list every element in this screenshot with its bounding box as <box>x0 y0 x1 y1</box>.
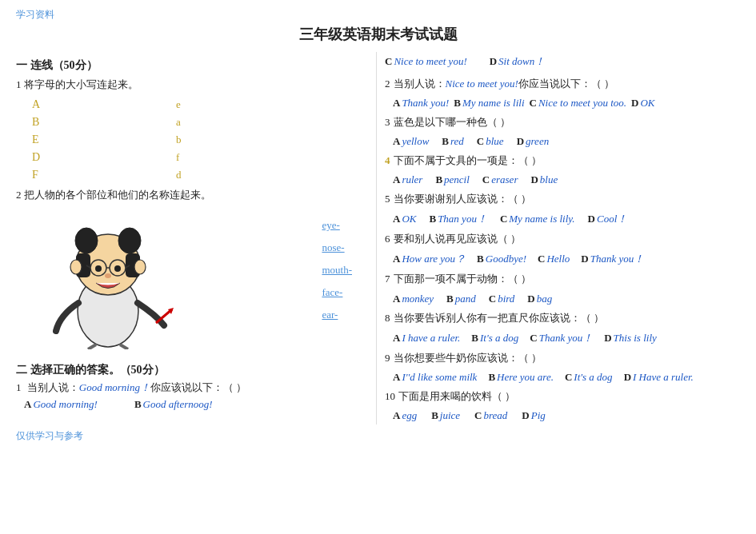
letter-B: B <box>32 116 80 129</box>
letter-row-F: F d <box>32 169 368 181</box>
label-eye: eye- <box>322 219 352 232</box>
opt-r-3-A: Ayellow <box>393 135 429 148</box>
opt-r-6-B: BGoodbye! <box>477 253 526 265</box>
opt-r-9-A: AI''d like some milk <box>393 371 477 384</box>
opt-r-9-B: BHere you are. <box>488 371 554 384</box>
opt-r-3-B: Bred <box>442 135 464 148</box>
letter-d: d <box>176 169 224 181</box>
opt-r-5-C: CMy name is lily. <box>500 213 575 225</box>
opt-r-2-B: BMy name is lili <box>454 97 524 110</box>
svg-line-16 <box>88 345 96 349</box>
q-r-7: 7下面那一项不属于动物：（ ） <box>385 270 740 288</box>
letter-row-D: D f <box>32 151 368 164</box>
q2-label: 2 把人物的各个部位和他们的名称连起来。 <box>16 188 368 202</box>
opt-r-4-D: Dblue <box>530 173 558 186</box>
page-title: 三年级英语期末考试试题 <box>16 25 740 44</box>
letter-e: e <box>176 98 224 111</box>
label-mouth: mouth- <box>322 264 352 277</box>
q-s2-1: 1 当别人说：Good morning！你应该说以下：（ ） <box>16 381 368 395</box>
opt-r-5-A: AOK <box>393 213 416 225</box>
q-r-5: 5当你要谢谢别人应该说：（ ） <box>385 190 740 208</box>
q-r-4-options: Aruler Bpencil Ceraser Dblue <box>393 173 740 186</box>
opt-r-10-A: Aegg <box>393 409 417 422</box>
q-s2-1-text: 当别人说：Good morning！你应该说以下：（ ） <box>27 381 246 393</box>
letter-row-B: B a <box>32 116 368 129</box>
opt-s2-1-B: BGood afternoog! <box>134 398 213 411</box>
letter-b: b <box>176 134 224 146</box>
opt-r-7-A: Amonkey <box>393 293 434 305</box>
body-labels-list: eye- nose- mouth- face- ear- <box>322 219 352 321</box>
q-r-3-options: Ayellow Bred Cblue Dgreen <box>393 135 740 148</box>
opt-r-3-D: Dgreen <box>517 135 550 148</box>
opt-r-6-A: AHow are you？ <box>393 252 466 266</box>
letter-A: A <box>32 98 80 111</box>
q-s2-1-number: 1 <box>16 381 22 393</box>
opt-r-3-C: Cblue <box>477 135 504 148</box>
q-r-10-options: Aegg Bjuice Cbread DPig <box>393 409 740 422</box>
opt-r-4-C: Ceraser <box>482 173 518 186</box>
opt-r-8-A: AI have a ruler. <box>393 332 460 345</box>
q-s2-1-options: AGood morning! BGood afternoog! <box>24 398 368 411</box>
q-r-9-options: AI''d like some milk BHere you are. CIt'… <box>393 371 740 384</box>
opt-r-10-D: DPig <box>522 409 545 422</box>
svg-point-11 <box>95 265 102 272</box>
opt-r-8-B: BIt's a dog <box>471 332 518 345</box>
svg-point-13 <box>105 273 111 278</box>
opt-r-7-C: Cbird <box>489 293 515 305</box>
q1-label: 1 将字母的大小写连起来。 <box>16 78 368 92</box>
opt-r-5-B: BThan you！ <box>429 212 486 226</box>
opt-top-C: CNice to meet you! <box>385 55 467 68</box>
q-r-6-options: AHow are you？ BGoodbye! CHello DThank yo… <box>393 252 740 266</box>
svg-point-3 <box>118 228 141 253</box>
q-r-8-options: AI have a ruler. BIt's a dog CThank you！… <box>393 331 740 345</box>
opt-top-D: DSit down！ <box>490 54 546 69</box>
letter-D: D <box>32 151 80 164</box>
svg-line-17 <box>120 345 128 349</box>
watermark-bottom: 仅供学习与参考 <box>16 429 740 443</box>
opt-r-6-D: DThank you！ <box>581 252 644 266</box>
opt-r-2-D: DOK <box>631 97 654 110</box>
letter-F: F <box>32 169 80 181</box>
svg-point-2 <box>75 228 98 253</box>
letter-f: f <box>176 151 224 164</box>
opt-r-7-B: Bpand <box>446 293 476 305</box>
opt-r-10-B: Bjuice <box>431 409 460 422</box>
opt-r-2-C: CNice to meet you too. <box>530 97 627 110</box>
label-face: face- <box>322 286 352 299</box>
q-r-2-options: AThank you! BMy name is lili CNice to me… <box>393 97 740 110</box>
opt-r-8-C: CThank you！ <box>530 331 593 345</box>
opt-s2-1-A: AGood morning! <box>24 398 98 411</box>
letter-row-A: A e <box>32 98 368 111</box>
letter-a: a <box>176 116 224 129</box>
q-r-8: 8当你要告诉别人你有一把直尺你应该说：（ ） <box>385 309 740 327</box>
q-r-6: 6要和别人说再见应该说（ ） <box>385 230 740 248</box>
q-r-10: 10下面是用来喝的饮料（ ） <box>385 388 740 405</box>
opt-r-6-C: CHello <box>538 253 570 265</box>
opt-r-8-D: DThis is lily <box>604 332 657 345</box>
opt-r-4-A: Aruler <box>393 173 422 186</box>
opt-r-9-C: CIt's a dog <box>565 371 613 384</box>
opt-r-10-C: Cbread <box>474 409 507 422</box>
q-r-7-options: Amonkey Bpand Cbird Dbag <box>393 293 740 305</box>
opt-r-7-D: Dbag <box>527 293 552 305</box>
opt-r-4-B: Bpencil <box>435 173 469 186</box>
svg-point-14 <box>70 260 82 274</box>
q-top-options: CNice to meet you! DSit down！ <box>385 54 740 69</box>
opt-r-2-A: AThank you! <box>393 97 449 110</box>
q-r-3: 3蓝色是以下哪一种色（ ） <box>385 114 740 131</box>
watermark-top: 学习资料 <box>16 8 740 22</box>
opt-r-9-D: DI Have a ruler. <box>624 371 694 384</box>
section1-title: 一 连线（50分） <box>16 58 368 73</box>
body-parts-area: eye- nose- mouth- face- ear- <box>16 207 368 355</box>
svg-point-15 <box>134 260 146 274</box>
q-r-9: 9当你想要些牛奶你应该说：（ ） <box>385 349 740 367</box>
q-r-2: 2当别人说：Nice to meet you!你应当说以下：（ ） <box>385 75 740 93</box>
label-nose: nose- <box>322 241 352 254</box>
letter-row-E: E b <box>32 134 368 146</box>
q-r-4: 4下面不属于文具的一项是：（ ） <box>385 152 740 169</box>
q-r-5-options: AOK BThan you！ CMy name is lily. DCool！ <box>393 212 740 226</box>
cartoon-girl <box>16 207 200 349</box>
svg-point-12 <box>114 265 121 272</box>
section2-title: 二 选择正确的答案。（50分） <box>16 363 368 377</box>
opt-r-5-D: DCool！ <box>588 212 628 226</box>
